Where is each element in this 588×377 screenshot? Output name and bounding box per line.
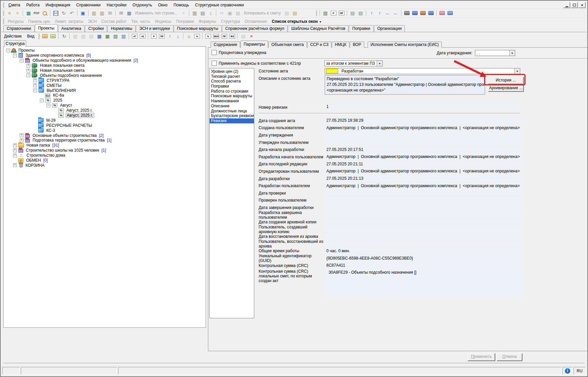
toolbar-grip[interactable] (316, 10, 317, 16)
tree-item[interactable]: +КОРЗИНА (13, 163, 206, 168)
expand-icon[interactable]: + (26, 64, 30, 67)
field-value[interactable] (325, 198, 524, 203)
field-value[interactable]: Администратор | Основной администратор п… (325, 168, 524, 174)
indent-up2-button[interactable]: ↑ (376, 10, 383, 17)
toolbar-grip[interactable] (3, 10, 4, 16)
close-red-button[interactable]: × (248, 33, 255, 40)
approval-date-combo[interactable]: . . ▼ (475, 50, 515, 56)
tab-параметры[interactable]: Параметры (240, 41, 268, 48)
book-settings-button[interactable]: ▧ (322, 10, 329, 17)
badge-percent-button[interactable]: % (204, 33, 212, 40)
field-value[interactable] (325, 132, 524, 138)
param-category[interactable]: Должностные лица (210, 109, 254, 114)
tree-item[interactable]: ⇄ОБМЕН[0] (13, 158, 206, 163)
collapse-icon[interactable]: − (47, 104, 50, 107)
tree-item[interactable]: +Основные объекты строительства[2] (20, 133, 206, 138)
tab-проекты[interactable]: Проекты (35, 24, 58, 32)
tab-эсн-и-методики[interactable]: ЭСН и методики (136, 25, 173, 32)
menu-структурные-справочники[interactable]: Структурные справочники (192, 2, 247, 8)
indent-up1-button[interactable]: ↑ (368, 10, 375, 17)
tab-аналитика[interactable]: Аналитика (58, 25, 85, 32)
calc-47-button[interactable]: 47 (131, 33, 138, 40)
tree-item[interactable]: −Проекты (6, 48, 206, 53)
tree-add-button[interactable]: ≡ (14, 10, 21, 17)
archive-button[interactable]: Архивирование ... (488, 85, 524, 92)
tab-объектная-смета[interactable]: Объектная смета (268, 42, 307, 48)
truck-blue2-button[interactable] (427, 10, 435, 17)
menu-отдохнуть[interactable]: Отдохнуть (129, 2, 155, 8)
badge-pr-button[interactable]: ПР (338, 10, 345, 17)
badge-p-button[interactable]: P (330, 10, 337, 17)
refresh-button[interactable]: ↻ (60, 10, 67, 17)
badge-m29-button[interactable]: М29 (212, 33, 220, 40)
percent-green-button[interactable]: % (193, 33, 201, 40)
server-settings-button[interactable]: ▥ (90, 10, 98, 17)
tree-item[interactable]: КС-3 (33, 128, 206, 133)
mail-send-button[interactable]: ✉ (117, 10, 125, 17)
field-value[interactable]: 6C87A411 (325, 263, 524, 268)
tree-item[interactable]: +Новая папка[31] (13, 143, 206, 148)
tree-item[interactable]: −ВЫПОЛНЕНИЯ (33, 88, 206, 93)
tree-item[interactable]: −Здание спортивного комплекса[5] (13, 53, 206, 58)
tab-содержание[interactable]: Содержание (211, 42, 240, 48)
actionbar-menu-действие[interactable]: Действие (1, 33, 24, 40)
menu-помощь[interactable]: Помощь (170, 2, 192, 8)
field-value[interactable] (325, 140, 524, 145)
tree-item[interactable]: +Строительство школы на 1025 человек[1] (13, 148, 206, 153)
undo-button[interactable]: ↶ (68, 10, 75, 17)
bricks-button[interactable] (419, 10, 427, 17)
book-export-button[interactable]: ▧ (112, 33, 119, 40)
table-columns-button[interactable]: ▥ (191, 10, 198, 17)
tree-item[interactable]: +СМЕТЫ (33, 83, 206, 88)
folder-collapse-button[interactable]: − (49, 33, 57, 40)
menu-информация[interactable]: Информация (43, 2, 73, 8)
collapse-icon[interactable]: − (6, 49, 10, 52)
apply-button[interactable]: Применить (468, 353, 495, 361)
row-clear-button[interactable]: ▤ (357, 10, 364, 17)
param-category[interactable]: Поправки (210, 84, 254, 89)
save-button[interactable] (52, 10, 59, 17)
expand-icon[interactable]: + (33, 78, 37, 82)
field-value[interactable] (325, 212, 524, 218)
percent-approved-checkbox[interactable] (212, 50, 217, 55)
expand-icon[interactable]: + (20, 133, 23, 137)
field-value[interactable] (325, 219, 524, 225)
books-pink-button[interactable] (438, 10, 446, 17)
expand-icon[interactable]: + (13, 149, 17, 152)
view-список-открытых-окон[interactable]: Список открытых окон▼ (269, 19, 324, 24)
books-blue-button[interactable] (446, 10, 454, 17)
param-category[interactable]: Типовой расчет (210, 74, 254, 79)
tab-вор[interactable]: ВОР (350, 42, 364, 48)
tree-item[interactable]: +Новая локальная смета (26, 68, 206, 73)
expand-icon[interactable]: + (13, 144, 17, 147)
param-category[interactable]: Ревизия (210, 118, 254, 123)
tab-сср-и-сз[interactable]: ССР и СЗ (307, 42, 332, 48)
field-value[interactable]: 27.05.2025 19:38:29 (325, 118, 524, 123)
menu-справочники[interactable]: Справочники (73, 2, 104, 8)
restore-button[interactable] (571, 2, 578, 8)
tree-item[interactable]: КС-6КС-6а (40, 93, 206, 98)
refresh-tree-button[interactable]: ↻ (60, 33, 68, 40)
chevron-down-icon[interactable]: ▼ (514, 68, 520, 74)
param-category[interactable]: Наименования (210, 99, 254, 104)
house-percent-button[interactable]: ⌂ (185, 33, 193, 40)
status-info-cell[interactable]: i (563, 367, 573, 375)
table-save-button[interactable]: ▦ (104, 33, 111, 40)
calc-42-button[interactable]: 42 (139, 33, 146, 40)
tree-item[interactable]: −Объекты подсобного и обслуживающего наз… (20, 58, 206, 63)
badge-p-button[interactable]: P (150, 33, 157, 40)
tree-structure-button[interactable]: ≡ (6, 10, 13, 17)
field-value[interactable]: 27.05.2025 20:17:51 (325, 147, 524, 153)
menu-настройки[interactable]: Настройки (104, 2, 129, 8)
hammer-button[interactable] (403, 10, 411, 17)
comment-settings-button[interactable]: ✉ (106, 10, 114, 17)
tree-item[interactable]: %Август, 2025 г. (53, 108, 206, 113)
badge-pp-button[interactable]: ПР (220, 33, 228, 40)
param-category[interactable]: Уровни цен (2) (210, 69, 254, 74)
tree-item[interactable]: −%2025 (40, 98, 206, 103)
field-value[interactable] (325, 241, 524, 247)
tree-item[interactable]: М-29 (33, 118, 206, 123)
field-value[interactable]: Администратор | Основной администратор п… (325, 183, 524, 189)
field-value[interactable] (325, 205, 524, 210)
field-value[interactable]: 27.05.2025 20:21:11 (325, 161, 524, 167)
